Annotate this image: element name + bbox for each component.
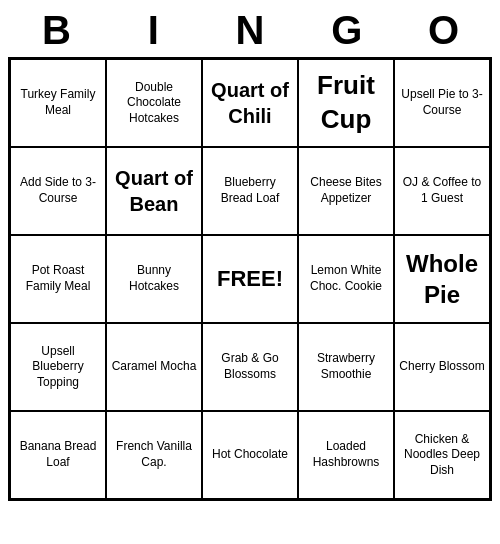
bingo-cell-6: Quart of Bean (106, 147, 202, 235)
bingo-cell-14: Whole Pie (394, 235, 490, 323)
bingo-cell-10: Pot Roast Family Meal (10, 235, 106, 323)
bingo-cell-24: Chicken & Noodles Deep Dish (394, 411, 490, 499)
bingo-letter: N (206, 8, 294, 53)
bingo-cell-17: Grab & Go Blossoms (202, 323, 298, 411)
bingo-cell-13: Lemon White Choc. Cookie (298, 235, 394, 323)
bingo-cell-18: Strawberry Smoothie (298, 323, 394, 411)
bingo-cell-23: Loaded Hashbrowns (298, 411, 394, 499)
bingo-cell-21: French Vanilla Cap. (106, 411, 202, 499)
bingo-cell-9: OJ & Coffee to 1 Guest (394, 147, 490, 235)
bingo-grid: Turkey Family MealDouble Chocolate Hotca… (8, 57, 492, 501)
bingo-letter: G (303, 8, 391, 53)
bingo-cell-12: FREE! (202, 235, 298, 323)
bingo-cell-7: Blueberry Bread Loaf (202, 147, 298, 235)
bingo-cell-20: Banana Bread Loaf (10, 411, 106, 499)
bingo-cell-4: Upsell Pie to 3-Course (394, 59, 490, 147)
bingo-cell-22: Hot Chocolate (202, 411, 298, 499)
bingo-cell-19: Cherry Blossom (394, 323, 490, 411)
bingo-cell-11: Bunny Hotcakes (106, 235, 202, 323)
bingo-letter: I (109, 8, 197, 53)
bingo-cell-0: Turkey Family Meal (10, 59, 106, 147)
bingo-cell-8: Cheese Bites Appetizer (298, 147, 394, 235)
bingo-cell-16: Caramel Mocha (106, 323, 202, 411)
bingo-cell-3: Fruit Cup (298, 59, 394, 147)
bingo-cell-2: Quart of Chili (202, 59, 298, 147)
bingo-letter: O (400, 8, 488, 53)
bingo-cell-1: Double Chocolate Hotcakes (106, 59, 202, 147)
bingo-cell-15: Upsell Blueberry Topping (10, 323, 106, 411)
bingo-cell-5: Add Side to 3-Course (10, 147, 106, 235)
bingo-title-row: BINGO (8, 8, 492, 53)
bingo-letter: B (12, 8, 100, 53)
